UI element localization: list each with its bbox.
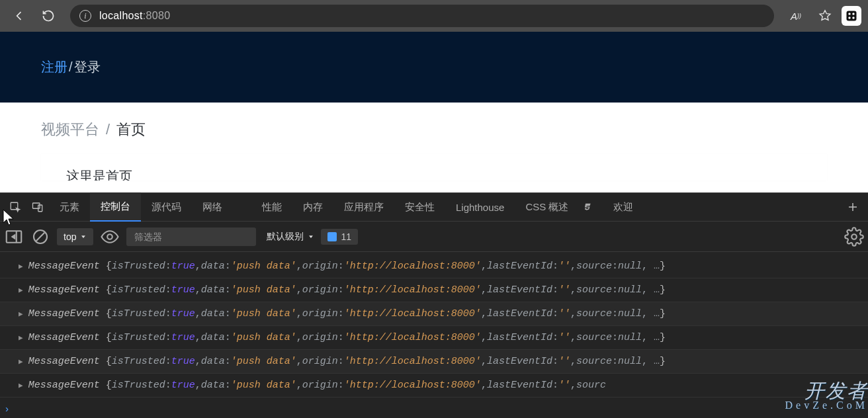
console-log-row[interactable]: ▶MessageEvent {isTrusted: true, data: 'p… <box>0 302 868 326</box>
favorites-icon[interactable] <box>812 3 838 28</box>
breadcrumb-current: 首页 <box>116 120 146 140</box>
svg-rect-0 <box>847 11 857 21</box>
inspect-icon[interactable] <box>4 196 26 218</box>
console-log-row[interactable]: ▶MessageEvent {isTrusted: true, data: 'p… <box>0 255 868 278</box>
svg-point-3 <box>848 17 850 19</box>
tab-lighthouse[interactable]: Lighthouse <box>445 192 515 222</box>
issues-badge-icon <box>327 232 337 241</box>
issues-count: 11 <box>341 231 351 242</box>
breadcrumb-root[interactable]: 视频平台 <box>41 120 99 140</box>
tab-security[interactable]: 安全性 <box>394 192 445 222</box>
extension-button[interactable] <box>842 6 861 26</box>
clear-console-icon[interactable] <box>30 227 50 247</box>
console-log-row[interactable]: ▶MessageEvent {isTrusted: true, data: 'p… <box>0 374 868 397</box>
svg-point-13 <box>851 234 857 239</box>
device-toggle-icon[interactable] <box>26 196 49 218</box>
address-bar[interactable]: i localhost:8080 <box>70 5 774 27</box>
console-output[interactable]: ▶MessageEvent {isTrusted: true, data: 'p… <box>0 252 868 418</box>
info-icon[interactable]: i <box>79 10 91 22</box>
context-selector[interactable]: top <box>57 228 93 245</box>
console-prompt-icon: › <box>4 404 10 415</box>
tab-console[interactable]: 控制台 <box>90 192 141 222</box>
console-log-row[interactable]: ▶MessageEvent {isTrusted: true, data: 'p… <box>0 278 868 302</box>
tab-memory[interactable]: 内存 <box>292 192 333 222</box>
read-aloud-icon[interactable]: A)) <box>783 3 808 28</box>
page-header: 注册 / 登录 <box>0 32 868 103</box>
tab-network[interactable]: 网络 <box>192 192 233 222</box>
add-tab-icon[interactable] <box>842 196 864 218</box>
svg-rect-6 <box>33 203 40 208</box>
issues-button[interactable]: 11 <box>321 229 358 245</box>
tab-application[interactable]: 应用程序 <box>333 192 394 222</box>
toggle-drawer-icon[interactable] <box>4 227 24 247</box>
svg-point-12 <box>108 234 113 239</box>
tab-elements[interactable]: 元素 <box>49 192 90 222</box>
url-text: localhost:8080 <box>99 10 170 22</box>
live-expression-icon[interactable] <box>100 227 120 247</box>
breadcrumb-sep: / <box>106 121 110 138</box>
breadcrumb: 视频平台 / 首页 <box>41 120 827 140</box>
console-log-row[interactable]: ▶MessageEvent {isTrusted: true, data: 'p… <box>0 326 868 350</box>
back-icon[interactable] <box>7 3 32 28</box>
tab-welcome[interactable]: 欢迎 <box>603 192 644 222</box>
reload-icon[interactable] <box>36 3 61 28</box>
console-settings-icon[interactable] <box>844 227 864 247</box>
browser-toolbar: i localhost:8080 A)) <box>0 0 868 32</box>
devtools-tabs: 元素 控制台 源代码 网络 性能 内存 应用程序 安全性 Lighthouse … <box>0 192 868 222</box>
tab-sources[interactable]: 源代码 <box>141 192 192 222</box>
devtools-panel: 元素 控制台 源代码 网络 性能 内存 应用程序 安全性 Lighthouse … <box>0 192 868 418</box>
filter-input[interactable] <box>126 228 256 246</box>
register-link[interactable]: 注册 <box>41 58 67 76</box>
tab-performance[interactable]: 性能 <box>251 192 292 222</box>
card-text: 这里是首页 <box>66 169 132 181</box>
svg-point-2 <box>852 13 854 15</box>
header-separator: / <box>69 60 73 75</box>
svg-point-1 <box>848 13 850 15</box>
content-card: 这里是首页 <box>41 154 827 181</box>
svg-point-4 <box>852 17 854 19</box>
console-controls: top 默认级别 11 <box>0 222 868 252</box>
page-body: 视频平台 / 首页 这里是首页 <box>0 103 868 192</box>
login-link[interactable]: 登录 <box>74 58 101 76</box>
log-level-selector[interactable]: 默认级别 <box>267 231 314 243</box>
tab-css-overview[interactable]: CSS 概述 <box>515 192 603 222</box>
console-log-row[interactable]: ▶MessageEvent {isTrusted: true, data: 'p… <box>0 350 868 374</box>
